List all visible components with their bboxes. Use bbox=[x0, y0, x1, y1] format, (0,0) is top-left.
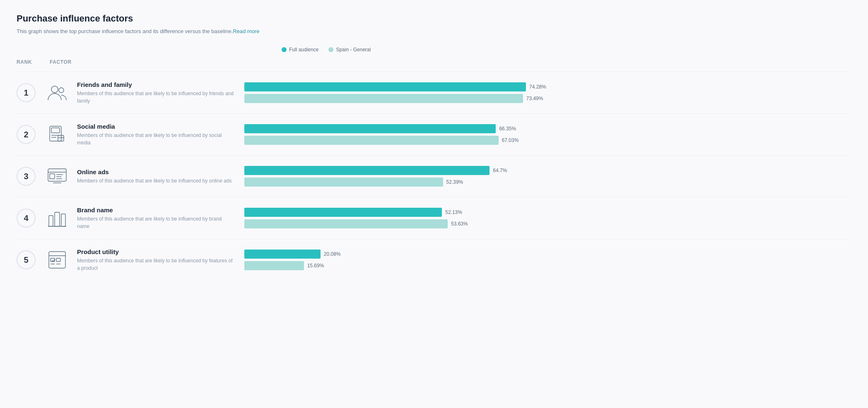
svg-rect-22 bbox=[56, 258, 60, 262]
bar-baseline-row-2: 67.03% bbox=[244, 136, 851, 145]
factor-icon-friends bbox=[44, 79, 70, 106]
legend-baseline: Spain - General bbox=[328, 47, 371, 53]
table-row: 1 Friends and family Members of this aud… bbox=[17, 72, 851, 113]
factor-text-5: Product utility Members of this audience… bbox=[77, 248, 234, 272]
bar-baseline-row-3: 52.39% bbox=[244, 178, 851, 187]
bar-full-2 bbox=[244, 124, 496, 133]
bar-baseline-row-4: 53.63% bbox=[244, 219, 851, 228]
bar-full-row-4: 52.13% bbox=[244, 208, 851, 217]
bar-baseline-5 bbox=[244, 261, 304, 270]
bar-baseline-label-4: 53.63% bbox=[451, 221, 468, 227]
bars-col-1: 74.28% 73.49% bbox=[234, 82, 851, 103]
bar-full-1 bbox=[244, 82, 526, 91]
bar-baseline-row-1: 73.49% bbox=[244, 94, 851, 103]
bar-baseline-label-3: 52.39% bbox=[446, 179, 463, 185]
col-rank-header: Rank bbox=[17, 59, 50, 65]
svg-rect-19 bbox=[49, 252, 65, 268]
bar-full-4 bbox=[244, 208, 442, 217]
bars-col-2: 66.35% 67.03% bbox=[234, 124, 851, 145]
bar-full-row-5: 20.08% bbox=[244, 250, 851, 259]
legend-full: Full audience bbox=[282, 47, 318, 53]
bars-col-3: 64.7% 52.39% bbox=[234, 166, 851, 187]
svg-rect-3 bbox=[51, 128, 60, 133]
rank-badge-1: 1 bbox=[17, 83, 36, 102]
bar-baseline-2 bbox=[244, 136, 499, 145]
factor-desc-1: Members of this audience that are likely… bbox=[77, 90, 234, 105]
table-row: 4 Brand name Members of this audience th… bbox=[17, 197, 851, 239]
bar-baseline-label-1: 73.49% bbox=[526, 96, 543, 101]
read-more-link[interactable]: Read more bbox=[233, 28, 259, 34]
svg-rect-16 bbox=[55, 212, 60, 226]
bar-full-label-1: 74.28% bbox=[529, 84, 546, 90]
page-title: Purchase influence factors bbox=[17, 13, 851, 24]
factor-name-1: Friends and family bbox=[77, 81, 234, 88]
svg-rect-17 bbox=[61, 214, 65, 226]
factor-name-4: Brand name bbox=[77, 206, 234, 214]
svg-rect-8 bbox=[48, 169, 66, 181]
bar-full-label-3: 64.7% bbox=[493, 168, 507, 173]
legend: Full audience Spain - General bbox=[282, 47, 851, 53]
bar-baseline-label-5: 15.69% bbox=[307, 263, 324, 269]
factor-desc-4: Members of this audience that are likely… bbox=[77, 215, 234, 230]
factor-name-3: Online ads bbox=[77, 168, 234, 175]
factor-desc-5: Members of this audience that are likely… bbox=[77, 257, 234, 272]
bar-baseline-3 bbox=[244, 178, 443, 187]
factor-icon-brand bbox=[44, 205, 70, 231]
bar-full-label-2: 66.35% bbox=[499, 126, 516, 132]
table-row: 5 Product utility Members of this audien… bbox=[17, 239, 851, 281]
rank-badge-5: 5 bbox=[17, 250, 36, 269]
subtitle: This graph shows the top purchase influe… bbox=[17, 28, 851, 34]
legend-baseline-label: Spain - General bbox=[336, 47, 371, 53]
factor-text-3: Online ads Members of this audience that… bbox=[77, 168, 234, 185]
bars-col-5: 20.08% 15.69% bbox=[234, 250, 851, 270]
factor-name-2: Social media bbox=[77, 123, 234, 130]
rows-container: 1 Friends and family Members of this aud… bbox=[17, 72, 851, 281]
rank-badge-3: 3 bbox=[17, 167, 36, 186]
factor-icon-social bbox=[44, 121, 70, 148]
factor-desc-2: Members of this audience that are likely… bbox=[77, 132, 234, 146]
svg-rect-6 bbox=[58, 135, 64, 141]
svg-rect-10 bbox=[50, 174, 55, 179]
svg-rect-15 bbox=[49, 216, 53, 226]
bar-baseline-4 bbox=[244, 219, 448, 228]
legend-full-label: Full audience bbox=[289, 47, 318, 53]
bar-full-row-1: 74.28% bbox=[244, 82, 851, 91]
factor-text-2: Social media Members of this audience th… bbox=[77, 123, 234, 146]
col-factor-header: Factor bbox=[50, 59, 282, 65]
svg-point-1 bbox=[59, 88, 64, 93]
factor-icon-product bbox=[44, 247, 70, 273]
factor-icon-ads bbox=[44, 163, 70, 190]
factor-text-4: Brand name Members of this audience that… bbox=[77, 206, 234, 230]
bar-full-row-2: 66.35% bbox=[244, 124, 851, 133]
bar-baseline-label-2: 67.03% bbox=[502, 137, 519, 143]
factor-text-1: Friends and family Members of this audie… bbox=[77, 81, 234, 105]
bar-baseline-row-5: 15.69% bbox=[244, 261, 851, 270]
legend-full-dot bbox=[282, 47, 287, 52]
bar-full-label-4: 52.13% bbox=[445, 209, 462, 215]
table-row: 3 Online ads Members of this audience th… bbox=[17, 155, 851, 197]
rank-badge-2: 2 bbox=[17, 125, 36, 144]
bar-full-label-5: 20.08% bbox=[324, 251, 341, 257]
table-row: 2 Social media Members of this audience … bbox=[17, 113, 851, 155]
rank-badge-4: 4 bbox=[17, 209, 36, 228]
svg-point-0 bbox=[51, 86, 58, 93]
bars-col-4: 52.13% 53.63% bbox=[234, 208, 851, 228]
bar-full-3 bbox=[244, 166, 489, 175]
factor-desc-3: Members of this audience that are likely… bbox=[77, 177, 234, 185]
bar-baseline-1 bbox=[244, 94, 523, 103]
bar-full-5 bbox=[244, 250, 321, 259]
factor-name-5: Product utility bbox=[77, 248, 234, 255]
bar-full-row-3: 64.7% bbox=[244, 166, 851, 175]
table-header: Rank Factor bbox=[17, 59, 851, 68]
legend-baseline-dot bbox=[328, 47, 333, 52]
